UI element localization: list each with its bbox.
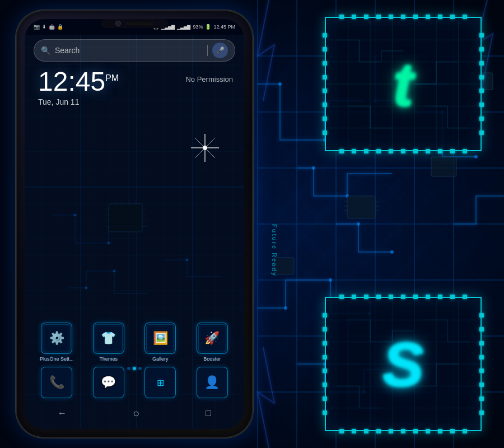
svg-point-20 (357, 222, 360, 226)
signal-bars-2: ▁▃▅▇ (177, 25, 190, 30)
svg-line-64 (195, 138, 215, 158)
dock-apps[interactable]: ⊞ (137, 367, 184, 398)
svg-point-14 (278, 82, 282, 86)
dock-icon-img-apps[interactable]: ⊞ (144, 367, 176, 398)
dock-contacts[interactable]: 👤 (189, 367, 236, 398)
download-icon: ⬇ (42, 24, 46, 30)
dock-phone[interactable]: 📞 (34, 367, 80, 398)
app-label-gallery: Gallery (152, 356, 169, 362)
skype-letter: S (382, 329, 423, 400)
bottom-dock: 📞 💬 ⊞ 👤 (34, 367, 235, 398)
search-icon: 🔍 (41, 46, 50, 55)
no-permission-text: No Permission (185, 75, 233, 83)
app-icon-gallery[interactable]: 🖼️ Gallery (137, 323, 184, 362)
app-label-themes: Themes (99, 356, 118, 362)
svg-rect-29 (347, 196, 375, 218)
svg-point-17 (346, 194, 349, 198)
nav-bar: ← ○ □ (25, 402, 244, 424)
app-icon-themes[interactable]: 👕 Themes (86, 323, 132, 362)
app-icon-img-gallery[interactable]: 🖼️ (144, 323, 176, 354)
app-icon-img-settings[interactable]: ⚙️ (41, 323, 72, 354)
dock-icon-img-phone[interactable]: 📞 (41, 367, 72, 398)
chip-top-dots-top (332, 15, 475, 19)
phone-top-bar (101, 19, 168, 28)
dock-icon-img-messages[interactable]: 💬 (93, 367, 124, 398)
svg-point-23 (329, 278, 332, 282)
svg-point-45 (186, 259, 189, 262)
app-label-settings: PlusOne Sett... (40, 356, 74, 362)
search-divider (207, 45, 208, 56)
background: Future Ready (0, 0, 504, 448)
svg-point-65 (203, 146, 207, 150)
dock-icon-img-contacts[interactable]: 👤 (197, 367, 228, 398)
svg-point-47 (113, 270, 116, 273)
nav-home-button[interactable]: ○ (133, 407, 139, 420)
svg-point-43 (74, 214, 77, 217)
status-left-icons: 📷 ⬇ 🤖 🔒 (34, 24, 63, 30)
chip-panel-top: t (325, 17, 482, 151)
chip-top-dots-left (323, 24, 327, 144)
front-camera (115, 21, 121, 26)
android-icon: 🤖 (49, 24, 55, 30)
clock-time: 12:45PM (38, 68, 119, 95)
app-icon-img-themes[interactable]: 👕 (93, 323, 124, 354)
app-icon-settings[interactable]: ⚙️ PlusOne Sett... (34, 323, 80, 362)
phone-device: 📷 ⬇ 🤖 🔒 🎧 ▁▃▅▇ ▁▃▅▇ 93% 🔋 12:45 PM 🔍 Se (17, 11, 252, 437)
mic-icon: 🎤 (216, 46, 225, 54)
nav-back-button[interactable]: ← (58, 408, 67, 418)
chip-bottom-dots-bottom (332, 429, 475, 433)
chip-bottom-dots-right (479, 304, 484, 424)
svg-point-44 (108, 242, 110, 245)
app-label-booster: Booster (203, 356, 221, 362)
svg-point-26 (474, 155, 478, 158)
svg-rect-30 (431, 157, 456, 176)
camera-icon: 📷 (34, 24, 40, 30)
phone-speaker (125, 22, 153, 25)
battery-icon: 🔋 (205, 24, 211, 30)
svg-point-21 (390, 250, 394, 254)
clock-period: PM (105, 73, 119, 83)
future-ready-label: Future Ready (271, 224, 278, 277)
chip-top-letter: t (337, 29, 469, 139)
dock-messages[interactable]: 💬 (86, 367, 132, 398)
battery-percent: 93% (193, 24, 203, 30)
svg-line-63 (195, 138, 215, 158)
lock-icon: 🔒 (57, 24, 63, 30)
svg-point-22 (284, 306, 287, 310)
search-bar[interactable]: 🔍 Search 🎤 (34, 39, 235, 62)
mic-button[interactable]: 🎤 (212, 43, 228, 58)
tumblr-letter: t (393, 49, 414, 120)
app-grid: ⚙️ PlusOne Sett... 👕 Themes 🖼️ Gallery 🚀… (34, 323, 235, 362)
app-icon-booster[interactable]: 🚀 Booster (189, 323, 236, 362)
search-input[interactable]: Search (55, 46, 203, 55)
status-time: 12:45 PM (213, 24, 235, 30)
chip-bottom-dots-left (323, 304, 327, 424)
svg-point-16 (312, 166, 315, 170)
nav-recent-button[interactable]: □ (206, 408, 211, 418)
time-display: 12:45PM Tue, Jun 11 (38, 68, 119, 106)
chip-panel-bottom: S (325, 297, 482, 431)
svg-rect-48 (109, 204, 142, 232)
chip-top-dots-bottom (332, 149, 475, 153)
clock-date: Tue, Jun 11 (38, 97, 119, 106)
chip-bottom-letter: S (337, 309, 469, 419)
phone-screen: 📷 ⬇ 🤖 🔒 🎧 ▁▃▅▇ ▁▃▅▇ 93% 🔋 12:45 PM 🔍 Se (25, 19, 244, 429)
chip-top-dots-right (479, 24, 484, 144)
svg-point-46 (85, 287, 88, 290)
chip-bottom-dots-top (332, 295, 475, 299)
app-icon-img-booster[interactable]: 🚀 (197, 323, 228, 354)
sparkle-effect (188, 131, 222, 165)
